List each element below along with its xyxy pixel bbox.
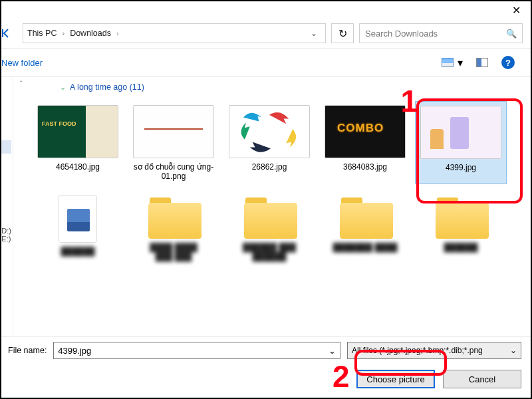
search-placeholder: Search Downloads — [365, 29, 506, 39]
view-mode-button[interactable]: ▾ — [435, 54, 469, 72]
file-item[interactable]: ███████ ████ — [319, 191, 411, 265]
file-name: 4654180.jpg — [56, 162, 100, 172]
file-thumbnail — [37, 105, 118, 158]
file-item[interactable]: ██████ █████████ — [223, 191, 315, 265]
file-name: ███████ ████ — [333, 243, 398, 252]
file-item[interactable]: 3684083.jpg — [319, 101, 411, 184]
back-icon[interactable] — [1, 28, 12, 39]
file-name: ██████ █████████ — [243, 243, 296, 262]
thumbnail-icon — [442, 58, 454, 67]
file-item[interactable]: ██████ — [415, 191, 507, 265]
help-icon: ? — [501, 56, 515, 69]
file-name: ██████ — [61, 247, 94, 256]
new-folder-button[interactable]: New folder — [1, 58, 43, 68]
file-type-filter[interactable]: All files (*.jpg;*.jpeg;*.bmp;*.dib;*.pn… — [347, 342, 521, 359]
sidebar-drive[interactable]: (E:) — [0, 235, 11, 243]
breadcrumb[interactable]: This PC › Downloads › ⌄ — [23, 23, 326, 43]
file-type-filter-label: All files (*.jpg;*.jpeg;*.bmp;*.dib;*.pn… — [352, 346, 483, 355]
file-thumbnail — [229, 105, 310, 158]
folder-icon — [241, 195, 297, 239]
breadcrumb-segment[interactable]: This PC — [27, 29, 57, 38]
refresh-button[interactable]: ↻ — [331, 23, 354, 43]
file-item[interactable]: 4654180.jpg — [32, 101, 124, 184]
refresh-icon: ↻ — [338, 27, 347, 40]
close-button[interactable]: ✕ — [501, 1, 531, 20]
file-name: 26862.jpg — [252, 162, 287, 172]
scroll-up-icon[interactable]: ˆ — [20, 80, 23, 88]
file-item[interactable]: ████ ███████ ███ — [128, 191, 219, 265]
chevron-down-icon[interactable]: ⌄ — [307, 29, 321, 38]
file-item[interactable]: 26862.jpg — [223, 101, 315, 184]
breadcrumb-segment[interactable]: Downloads — [70, 29, 111, 38]
chevron-down-icon: ▾ — [458, 57, 463, 69]
choose-picture-button[interactable]: Choose picture — [356, 370, 435, 388]
file-list[interactable]: ˆ ⌄ A long time ago (11) 4654180.jpg sơ … — [13, 77, 531, 343]
help-button[interactable]: ? — [495, 53, 521, 72]
file-item-selected[interactable]: 4399.jpg — [415, 101, 507, 184]
file-item[interactable]: ██████ — [32, 191, 124, 265]
nav-sidebar[interactable]: (D:) (E:) — [1, 77, 13, 343]
file-name: sơ đồ chuỗi cung ứng-01.png — [130, 162, 217, 182]
file-name: 4399.jpg — [446, 163, 476, 172]
group-header[interactable]: ⌄ A long time ago (11) — [60, 82, 524, 92]
sidebar-drive[interactable]: (D:) — [0, 227, 11, 235]
chevron-down-icon[interactable]: ⌄ — [329, 346, 336, 356]
chevron-right-icon: › — [116, 29, 119, 37]
filename-label: File name: — [8, 346, 47, 355]
file-thumbnail — [133, 105, 214, 158]
folder-icon — [146, 195, 201, 239]
sidebar-selected-item[interactable] — [1, 140, 11, 154]
file-thumbnail — [420, 106, 501, 159]
folder-icon — [433, 195, 489, 239]
chevron-right-icon: › — [62, 29, 65, 37]
chevron-down-icon: ⌄ — [60, 83, 66, 92]
preview-pane-button[interactable] — [469, 55, 495, 70]
file-name: 3684083.jpg — [343, 162, 387, 172]
image-file-icon — [59, 195, 97, 243]
file-item[interactable]: sơ đồ chuỗi cung ứng-01.png — [128, 101, 219, 184]
filename-value: 4399.jpg — [58, 346, 91, 356]
search-input[interactable]: Search Downloads 🔍 — [359, 23, 523, 43]
folder-icon — [337, 195, 393, 239]
file-name: ██████ — [444, 243, 477, 252]
filename-input[interactable]: 4399.jpg ⌄ — [53, 342, 340, 359]
chevron-down-icon: ⌄ — [510, 346, 517, 355]
search-icon: 🔍 — [506, 29, 517, 39]
group-label: A long time ago (11) — [70, 82, 144, 92]
preview-pane-icon — [476, 58, 488, 67]
file-thumbnail — [325, 105, 406, 158]
file-name: ████ ███████ ███ — [150, 243, 197, 262]
cancel-button[interactable]: Cancel — [443, 370, 521, 388]
